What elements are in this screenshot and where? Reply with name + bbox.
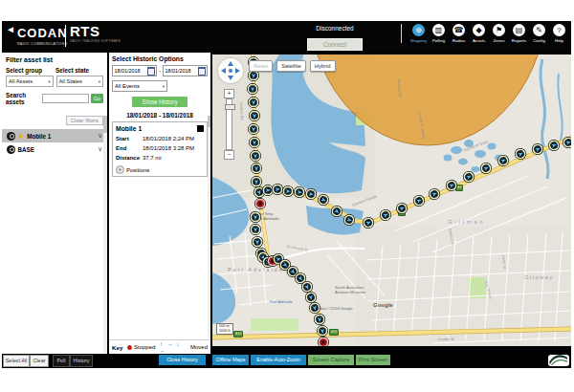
track-marker-moved[interactable] [317, 193, 331, 207]
panel-scrollbar[interactable] [208, 116, 210, 338]
zoom-handle[interactable] [225, 104, 235, 110]
nav-mapping[interactable]: ⊕ Mapping [408, 24, 429, 43]
track-marker-moved[interactable] [530, 142, 544, 156]
clear-filters-button[interactable]: Clear filters [66, 116, 103, 125]
track-marker-moved[interactable] [395, 202, 409, 216]
track-marker-moved[interactable] [247, 83, 257, 94]
search-go-button[interactable]: Go [91, 94, 103, 103]
track-marker-moved[interactable] [252, 236, 263, 248]
track-marker-moved[interactable] [547, 139, 561, 152]
track-marker-moved[interactable] [445, 179, 459, 193]
select-all-button[interactable]: Select All [3, 355, 30, 367]
track-marker-moved[interactable] [379, 208, 393, 223]
track-marker-moved[interactable] [412, 194, 427, 208]
pan-down-icon[interactable] [228, 76, 233, 80]
zoom-out-button[interactable]: − [224, 150, 234, 160]
reset-button[interactable]: Reset [249, 60, 273, 72]
map-zoom-slider[interactable]: + − [224, 89, 234, 160]
track-marker-moved[interactable] [329, 204, 344, 219]
track-marker-moved[interactable] [428, 187, 442, 202]
poll-button[interactable]: Poll [53, 355, 70, 367]
track-marker-moved[interactable] [305, 188, 318, 201]
search-assets-input[interactable] [42, 94, 89, 103]
track-marker-moved[interactable] [272, 184, 283, 195]
date-from-input[interactable]: 18/01/2018 [112, 65, 157, 76]
rts-application-window: ◄ CODAN RADIO COMMUNICATIONS RTS RADIO T… [2, 21, 571, 368]
enable-auto-zoom-button[interactable]: Enable Auto-Zoom [251, 355, 306, 365]
state-select[interactable]: All States ▾ [56, 76, 104, 87]
date-to-input[interactable]: 18/01/2018 [163, 65, 208, 76]
history-button[interactable]: History [70, 355, 93, 367]
offline-maps-button[interactable]: Offline Maps [212, 355, 249, 365]
track-marker-moved[interactable] [251, 176, 261, 186]
track-marker-moved[interactable] [513, 146, 527, 161]
chevron-down-icon[interactable]: ∨ [98, 145, 102, 153]
pan-left-icon[interactable] [221, 68, 226, 74]
chevron-down-icon: ▾ [48, 79, 50, 84]
nav-zones[interactable]: ⚑ Zones [489, 24, 509, 43]
map-pan-control[interactable] [218, 58, 243, 83]
config-pencil-icon: ✎ [533, 24, 545, 36]
track-marker-moved[interactable] [462, 170, 476, 185]
asset-row-base[interactable]: BASE ∨ [2, 142, 107, 156]
pan-right-icon[interactable] [235, 68, 240, 74]
asset-list: ★ Mobile 1 ∨ BASE ∨ [2, 129, 107, 156]
calendar-icon[interactable] [147, 67, 155, 76]
select-group-label: Select group [6, 67, 55, 74]
print-screen-button[interactable]: Print Screen [356, 355, 390, 365]
calendar-icon[interactable] [198, 67, 206, 76]
track-marker-moved[interactable] [248, 97, 258, 107]
zoom-in-button[interactable]: + [224, 89, 234, 98]
historic-title: Select Historic Options [112, 55, 208, 62]
track-marker-moved[interactable] [248, 70, 258, 80]
group-select[interactable]: All Assets ▾ [6, 76, 54, 87]
nav-reports[interactable]: ▤ Reports [509, 24, 529, 43]
nav-assets[interactable]: ◆ Assets [469, 24, 489, 43]
star-icon: ★ [18, 132, 25, 141]
chevron-down-icon[interactable]: ∨ [98, 132, 102, 140]
satellite-button[interactable]: Satellite [276, 60, 306, 72]
clear-button[interactable]: Clear [30, 355, 49, 367]
track-marker-moved[interactable] [249, 137, 259, 147]
show-history-button[interactable]: Show History [132, 97, 188, 107]
chevron-down-icon: ▾ [99, 79, 100, 84]
track-marker-moved[interactable] [248, 123, 258, 134]
positions-label[interactable]: Positions [126, 167, 149, 173]
positions-toggle-icon[interactable]: ▾ [116, 165, 124, 174]
events-select[interactable]: All Events ▾ [112, 80, 167, 92]
track-marker-moved[interactable] [282, 185, 294, 197]
track-marker-moved[interactable] [362, 216, 376, 230]
track-marker-moved[interactable] [251, 163, 261, 173]
track-marker-moved[interactable] [262, 185, 273, 195]
track-marker-moved[interactable] [497, 154, 511, 168]
track-marker-moved[interactable] [294, 186, 305, 198]
hybrid-button[interactable]: Hybrid [310, 60, 336, 72]
sidebar-scrollbar[interactable] [103, 116, 107, 354]
track-marker-moved[interactable] [250, 224, 260, 234]
track-marker-moved[interactable] [314, 314, 325, 325]
nav-config[interactable]: ✎ Config [529, 24, 549, 43]
connect-button[interactable]: Connect [307, 38, 363, 51]
track-marker-moved[interactable] [304, 291, 318, 304]
track-marker-moved[interactable] [309, 302, 321, 315]
track-marker-moved[interactable] [317, 325, 327, 336]
track-marker-moved[interactable] [562, 136, 571, 149]
pan-center-icon[interactable] [229, 69, 232, 73]
nav-help[interactable]: ? Help [549, 24, 569, 43]
chevron-down-icon: ▾ [163, 84, 165, 89]
track-marker-stopped[interactable] [318, 337, 328, 346]
track-marker-moved[interactable] [250, 150, 260, 161]
close-history-button[interactable]: Close History [159, 355, 206, 365]
track-marker-stopped[interactable] [254, 198, 265, 208]
nav-polling[interactable]: ▥ Polling [429, 24, 449, 43]
zoom-track[interactable] [226, 98, 232, 150]
track-marker-moved[interactable] [250, 211, 261, 223]
track-marker-moved[interactable] [479, 162, 494, 176]
screen-capture-button[interactable]: Screen Capture [308, 355, 354, 365]
pan-up-icon[interactable] [228, 61, 233, 66]
track-marker-moved[interactable] [342, 213, 356, 227]
map-canvas[interactable]: Clipper Ship City of AdelaidePort Adelai… [212, 54, 571, 346]
asset-row-mobile-1[interactable]: ★ Mobile 1 ∨ [2, 129, 107, 142]
nav-radios[interactable]: ☎ Radios [449, 24, 469, 43]
track-marker-moved[interactable] [249, 110, 259, 120]
